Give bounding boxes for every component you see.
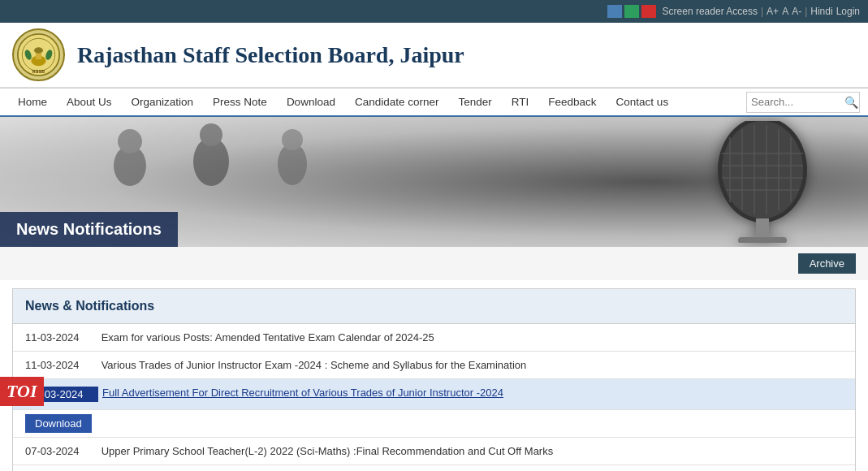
font-medium[interactable]: A bbox=[782, 6, 788, 17]
news-item: 07-03-2024 Upper Primary School Teacher(… bbox=[13, 438, 855, 465]
download-button[interactable]: Download bbox=[25, 414, 92, 433]
color-option-blue[interactable] bbox=[607, 5, 622, 18]
nav-contact[interactable]: Contact us bbox=[607, 89, 679, 115]
svg-point-11 bbox=[200, 123, 222, 146]
color-switcher bbox=[607, 5, 656, 18]
news-item: 11-03-2024 Exam for various Posts: Amend… bbox=[13, 324, 855, 352]
site-logo: RSSB bbox=[12, 28, 65, 81]
svg-rect-27 bbox=[738, 237, 787, 243]
archive-button[interactable]: Archive bbox=[798, 253, 856, 274]
nav-download[interactable]: Download bbox=[277, 89, 345, 115]
news-section: News & Notifications 11-03-2024 Exam for… bbox=[12, 288, 856, 471]
hero-banner: News Notifications bbox=[0, 117, 868, 247]
hindi-link[interactable]: Hindi bbox=[810, 6, 832, 17]
news-item: 11-03-2024 Various Trades of Junior Inst… bbox=[13, 352, 855, 379]
search-bar: 🔍 bbox=[746, 92, 860, 113]
login-link[interactable]: Login bbox=[836, 6, 860, 17]
news-section-title: News & Notifications bbox=[13, 289, 855, 324]
site-title: Rajasthan Staff Selection Board, Jaipur bbox=[77, 42, 464, 68]
svg-text:RSSB: RSSB bbox=[32, 69, 45, 74]
download-row: Download bbox=[13, 410, 855, 438]
font-large[interactable]: A+ bbox=[767, 6, 779, 17]
screen-reader-label[interactable]: Screen reader Access bbox=[663, 6, 758, 17]
news-item: 07-03-2024 Upper Primary School Teacher(… bbox=[13, 465, 855, 471]
nav-rti[interactable]: RTI bbox=[502, 89, 539, 115]
svg-point-9 bbox=[118, 129, 142, 153]
news-text-highlighted[interactable]: Full Advertisement For Direct Recruitmen… bbox=[102, 387, 503, 399]
news-date: 11-03-2024 bbox=[25, 359, 98, 371]
search-button[interactable]: 🔍 bbox=[840, 94, 862, 110]
news-text[interactable]: Various Trades of Junior Instructor Exam… bbox=[101, 359, 527, 371]
hero-title: News Notifications bbox=[0, 212, 178, 247]
color-option-red[interactable] bbox=[641, 5, 656, 18]
nav-press-note[interactable]: Press Note bbox=[203, 89, 277, 115]
news-text[interactable]: Exam for various Posts: Amended Tentativ… bbox=[101, 331, 434, 344]
news-item-highlighted: 11-03-2024 Full Advertisement For Direct… bbox=[13, 379, 855, 410]
nav-tender[interactable]: Tender bbox=[449, 89, 502, 115]
nav-candidate-corner[interactable]: Candidate corner bbox=[345, 89, 449, 115]
accessibility-links: Screen reader Access | A+ A A- | Hindi L… bbox=[663, 6, 860, 17]
news-list: 11-03-2024 Exam for various Posts: Amend… bbox=[13, 324, 855, 471]
svg-point-4 bbox=[34, 47, 43, 53]
nav-items-container: Home About Us Organization Press Note Do… bbox=[8, 89, 746, 115]
nav-about[interactable]: About Us bbox=[57, 89, 122, 115]
nav-organization[interactable]: Organization bbox=[122, 89, 204, 115]
site-header: RSSB Rajasthan Staff Selection Board, Ja… bbox=[0, 23, 868, 88]
svg-rect-26 bbox=[756, 218, 769, 239]
nav-feedback[interactable]: Feedback bbox=[538, 89, 606, 115]
news-date: 11-03-2024 bbox=[25, 331, 98, 344]
main-nav: Home About Us Organization Press Note Do… bbox=[0, 88, 868, 117]
svg-point-13 bbox=[282, 129, 303, 150]
search-input[interactable] bbox=[747, 94, 840, 110]
news-text[interactable]: Upper Primary School Teacher(L-2) 2022 (… bbox=[101, 445, 554, 457]
nav-home[interactable]: Home bbox=[8, 89, 57, 115]
color-option-green[interactable] bbox=[624, 5, 639, 18]
font-small[interactable]: A- bbox=[792, 6, 801, 17]
toi-badge: TOI bbox=[0, 377, 44, 406]
top-bar: Screen reader Access | A+ A A- | Hindi L… bbox=[0, 0, 868, 23]
news-date: 07-03-2024 bbox=[25, 445, 98, 457]
archive-area: Archive bbox=[0, 247, 868, 280]
